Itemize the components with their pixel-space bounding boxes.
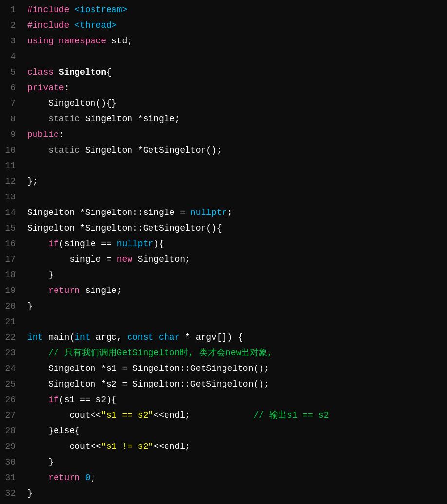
code-line: }else{ <box>27 423 447 439</box>
code-line: private: <box>27 80 447 96</box>
code-line: using namespace std; <box>27 33 447 49</box>
line-number: 10 <box>0 142 16 158</box>
line-number: 11 <box>0 158 16 174</box>
code-line <box>27 49 447 64</box>
token: : <box>59 130 64 139</box>
line-number: 20 <box>0 298 16 314</box>
code-line: single = new Singelton; <box>27 252 447 267</box>
token: #include <box>27 5 69 15</box>
code-line: Singelton *s1 = Singelton::GetSingelton(… <box>27 361 447 376</box>
token: new <box>117 254 132 264</box>
token <box>27 239 48 249</box>
code-line: } <box>27 298 447 314</box>
token <box>80 473 85 483</box>
token: { <box>106 67 112 77</box>
token: namespace <box>59 36 106 46</box>
code-line <box>27 189 447 205</box>
token: Singelton *Singelton::GetSingelton(){ <box>27 223 222 233</box>
token <box>69 5 74 15</box>
code-line: } <box>27 485 447 501</box>
token: char <box>159 332 180 342</box>
token: // 输出s1 == s2 <box>190 410 329 420</box>
code-content: #include <iostream>#include <thread>usin… <box>23 2 447 501</box>
line-number: 24 <box>0 361 16 376</box>
token: cout<< <box>27 410 101 420</box>
token <box>69 20 74 30</box>
token: #include <box>27 20 69 30</box>
line-number: 13 <box>0 189 16 205</box>
line-number: 12 <box>0 174 16 189</box>
line-number: 18 <box>0 267 16 283</box>
line-number: 22 <box>0 330 16 345</box>
code-editor: 1234567891011121314151617181920212223242… <box>0 0 447 503</box>
token: Singelton <box>59 67 106 77</box>
line-number: 29 <box>0 439 16 454</box>
token: Singelton *s1 = Singelton::GetSingelton(… <box>27 364 269 373</box>
token: <<endl; <box>153 442 190 451</box>
token: class <box>27 67 54 77</box>
code-line: if(single == nullptr){ <box>27 236 447 252</box>
token <box>153 332 159 342</box>
code-line: static Singelton *single; <box>27 111 447 127</box>
code-line: cout<<"s1 != s2"<<endl; <box>27 439 447 454</box>
token: Singelton; <box>132 254 190 264</box>
token: static <box>48 145 80 155</box>
code-line: Singelton *s2 = Singelton::GetSingelton(… <box>27 376 447 392</box>
code-line: return single; <box>27 283 447 298</box>
token: } <box>27 488 33 498</box>
code-line <box>27 158 447 174</box>
token: private <box>27 83 64 93</box>
token <box>27 114 48 124</box>
token: single; <box>80 286 122 295</box>
token: int <box>74 332 90 342</box>
token: <iostream> <box>74 5 127 15</box>
code-line: // 只有我们调用GetSingelton时, 类才会new出对象, <box>27 345 447 361</box>
code-line: class Singelton{ <box>27 64 447 80</box>
token: (s1 == s2){ <box>59 395 117 405</box>
line-number: 7 <box>0 96 16 111</box>
line-number: 25 <box>0 376 16 392</box>
token: "s1 != s2" <box>101 442 153 451</box>
code-line: static Singelton *GetSingelton(); <box>27 142 447 158</box>
token: Singelton *Singelton::single = <box>27 208 190 217</box>
token: public <box>27 130 59 139</box>
token <box>54 36 59 46</box>
line-number: 1 <box>0 2 16 18</box>
token <box>27 145 48 155</box>
code-line: Singelton *Singelton::single = nullptr; <box>27 205 447 220</box>
token: std; <box>106 36 132 46</box>
token: <thread> <box>74 20 116 30</box>
line-number: 14 <box>0 205 16 220</box>
token: Singelton() <box>27 98 106 108</box>
token <box>27 426 48 436</box>
token <box>27 395 48 405</box>
line-number: 19 <box>0 283 16 298</box>
token: cout<< <box>27 442 101 451</box>
line-number: 5 <box>0 64 16 80</box>
token: static <box>48 114 80 124</box>
token: {} <box>106 98 117 108</box>
line-number: 16 <box>0 236 16 252</box>
code-line: #include <iostream> <box>27 2 447 18</box>
token: Singelton *s2 = Singelton::GetSingelton(… <box>27 379 269 389</box>
code-line: int main(int argc, const char * argv[]) … <box>27 330 447 345</box>
code-line: Singelton(){} <box>27 96 447 111</box>
token: Singelton *GetSingelton(); <box>80 145 222 155</box>
token: using <box>27 36 54 46</box>
token: argc, <box>91 332 128 342</box>
token: : <box>64 83 70 93</box>
token: int <box>27 332 43 342</box>
line-number: 27 <box>0 407 16 423</box>
line-number: 6 <box>0 80 16 96</box>
token: <<endl; <box>153 410 190 420</box>
code-line: } <box>27 454 447 470</box>
token: ){ <box>153 239 164 249</box>
token: main( <box>43 332 74 342</box>
token: // 只有我们调用GetSingelton时, 类才会new出对象, <box>27 348 273 358</box>
token: } <box>27 457 54 467</box>
line-number: 9 <box>0 127 16 142</box>
code-line: #include <thread> <box>27 18 447 33</box>
line-number: 28 <box>0 423 16 439</box>
token: nullptr <box>117 239 154 249</box>
token <box>27 286 48 295</box>
